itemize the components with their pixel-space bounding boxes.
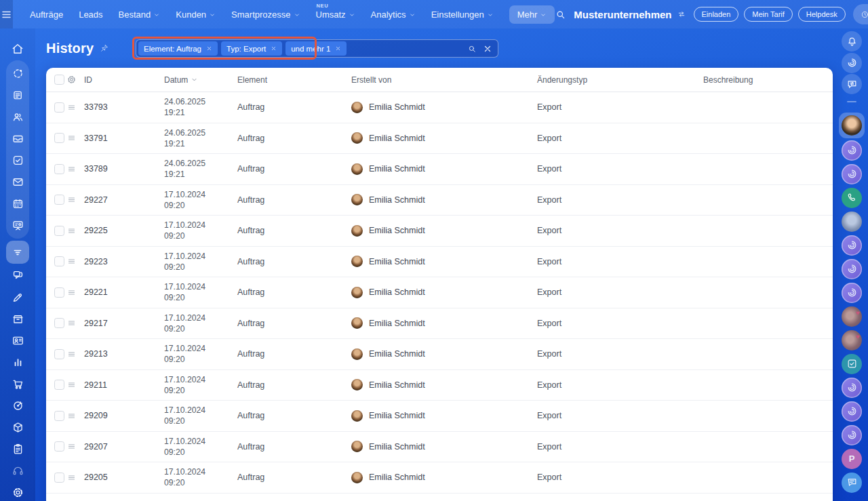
drag-handle-icon[interactable] (66, 411, 77, 421)
nav-item-leads[interactable]: Leads (79, 9, 102, 20)
table-row[interactable]: 29213 17.10.202409:20 Auftrag Emilia Sch… (46, 339, 833, 370)
nav-item-bestand[interactable]: Bestand (119, 9, 161, 20)
nav-item-einstellungen[interactable]: Einstellungen (431, 9, 494, 20)
drag-handle-icon[interactable] (66, 318, 77, 328)
logo-contact-avatar[interactable] (842, 259, 862, 279)
row-checkbox[interactable] (54, 195, 64, 205)
column-element[interactable]: Element (237, 75, 351, 85)
cart-icon[interactable] (12, 378, 24, 390)
bell-button[interactable] (842, 31, 862, 52)
filter-chip[interactable]: und mehr 1 (285, 41, 347, 56)
phone-rail-item[interactable] (842, 188, 862, 208)
row-checkbox[interactable] (54, 102, 64, 113)
check-rail-item[interactable] (842, 354, 862, 374)
chip-close-icon[interactable] (335, 45, 341, 52)
chart-icon[interactable] (12, 356, 24, 369)
contact-icon[interactable] (12, 334, 24, 347)
select-all-checkbox[interactable] (54, 75, 64, 85)
bell-icon[interactable] (846, 36, 858, 47)
table-row[interactable]: 29223 17.10.202409:20 Auftrag Emilia Sch… (46, 247, 833, 278)
search-icon[interactable] (467, 44, 477, 54)
users-icon[interactable] (12, 111, 24, 123)
logo-icon[interactable] (846, 382, 858, 393)
logo-contact-avatar[interactable] (842, 425, 862, 445)
column-erstellt-von[interactable]: Erstellt von (351, 75, 537, 85)
process-icon[interactable] (12, 67, 24, 80)
filter-icon[interactable] (11, 245, 24, 259)
einladen-button[interactable]: Einladen (694, 7, 739, 22)
home-icon[interactable] (11, 42, 24, 56)
table-row[interactable]: 29207 17.10.202409:20 Auftrag Emilia Sch… (46, 432, 833, 463)
archive-icon[interactable] (12, 313, 24, 325)
time-tracker-button[interactable]: 07:45 (853, 4, 868, 24)
chat-rail-item[interactable] (842, 473, 862, 493)
drag-handle-icon[interactable] (66, 441, 77, 452)
package-icon[interactable] (12, 421, 24, 434)
logo-contact-avatar[interactable] (842, 140, 862, 161)
chat-icon[interactable] (846, 477, 858, 488)
column-aenderungstyp[interactable]: Änderungstyp (537, 75, 703, 85)
chip-close-icon[interactable] (271, 45, 277, 52)
target-icon[interactable] (12, 399, 24, 412)
calendar-icon[interactable] (12, 197, 24, 210)
search-icon[interactable] (555, 9, 566, 20)
pin-icon[interactable] (100, 43, 109, 53)
chat-arrows-button[interactable] (842, 74, 862, 94)
row-checkbox[interactable] (54, 164, 64, 174)
nav-item-smartprozesse[interactable]: Smartprozesse (231, 9, 300, 20)
column-id[interactable]: ID (84, 75, 164, 85)
logo-contact-avatar[interactable] (842, 401, 862, 422)
row-checkbox[interactable] (54, 380, 64, 390)
row-checkbox[interactable] (54, 441, 64, 452)
rail-user-avatar[interactable] (839, 113, 865, 138)
presentation-icon[interactable] (12, 219, 24, 232)
mein-tarif-button[interactable]: Mein Tarif (744, 7, 792, 22)
filter-chip[interactable]: Element: Auftrag (138, 41, 218, 56)
logo-contact-avatar[interactable] (842, 283, 862, 303)
table-row[interactable]: 29211 17.10.202409:20 Auftrag Emilia Sch… (46, 370, 833, 401)
drag-handle-icon[interactable] (66, 133, 77, 143)
letter-rail-item[interactable]: P (842, 449, 862, 469)
row-checkbox[interactable] (54, 411, 64, 421)
check-icon[interactable] (846, 358, 858, 369)
phone-icon[interactable] (846, 192, 858, 203)
chats-icon[interactable] (12, 269, 24, 282)
column-datum[interactable]: Datum (164, 75, 237, 85)
logo-contact-avatar[interactable] (842, 164, 862, 184)
table-row[interactable]: 33791 24.06.202519:21 Auftrag Emilia Sch… (46, 123, 833, 155)
couple-rail-item[interactable] (842, 306, 862, 327)
logo-icon[interactable] (846, 405, 858, 417)
table-row[interactable]: 29221 17.10.202409:20 Auftrag Emilia Sch… (46, 277, 833, 308)
company-switcher[interactable]: Musterunternehmen (574, 9, 686, 20)
row-checkbox[interactable] (54, 349, 64, 359)
logo-icon[interactable] (846, 287, 858, 298)
headset-icon[interactable] (12, 464, 24, 477)
table-row[interactable]: 29227 17.10.202409:20 Auftrag Emilia Sch… (46, 185, 833, 216)
filter-chip[interactable]: Typ: Export (221, 41, 282, 56)
row-checkbox[interactable] (54, 287, 64, 298)
cat-rail-item[interactable] (842, 212, 862, 232)
drag-handle-icon[interactable] (66, 195, 77, 205)
table-row[interactable]: 33793 24.06.202519:21 Auftrag Emilia Sch… (46, 92, 833, 123)
nav-item-mehr[interactable]: Mehr (509, 5, 555, 24)
sidebar-item-history-active[interactable] (6, 241, 29, 264)
nav-item-umsatz[interactable]: NEU Umsatz (316, 9, 355, 20)
tasks-icon[interactable] (12, 154, 24, 167)
nav-item-kunden[interactable]: Kunden (176, 9, 216, 20)
sidebar-toggle-button[interactable] (0, 0, 13, 28)
row-checkbox[interactable] (54, 318, 64, 328)
drag-handle-icon[interactable] (66, 380, 77, 390)
column-beschreibung[interactable]: Beschreibung (703, 75, 833, 85)
drag-handle-icon[interactable] (66, 164, 77, 174)
table-row[interactable]: 29205 17.10.202409:20 Auftrag Emilia Sch… (46, 462, 833, 494)
news-icon[interactable] (12, 89, 24, 102)
drag-handle-icon[interactable] (66, 102, 77, 113)
row-checkbox[interactable] (54, 133, 64, 143)
clear-icon[interactable] (483, 44, 492, 54)
table-settings-icon[interactable] (66, 75, 77, 85)
drag-handle-icon[interactable] (66, 473, 77, 483)
drag-handle-icon[interactable] (66, 349, 77, 359)
drag-handle-icon[interactable] (66, 287, 77, 298)
filter-search-bar[interactable]: Element: Auftrag Typ: Export und mehr 1 (136, 39, 498, 58)
logo-button[interactable] (842, 53, 862, 73)
